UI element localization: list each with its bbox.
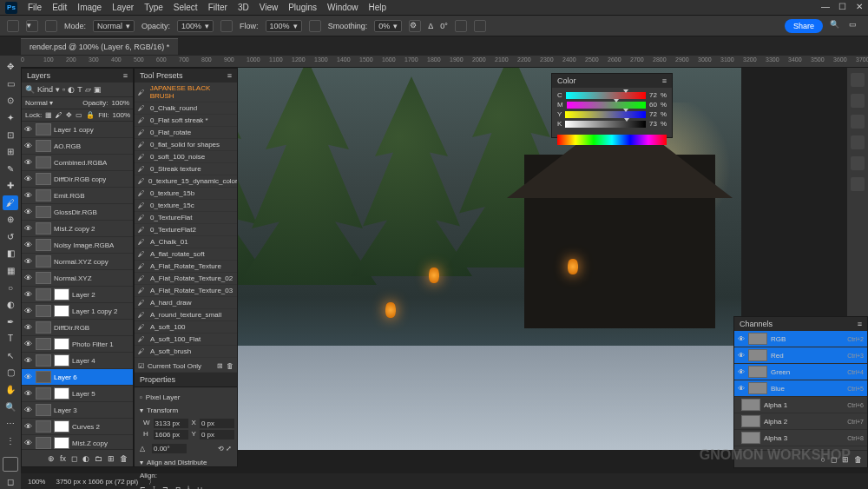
collapsed-panel-icon[interactable] <box>851 94 865 108</box>
lock-artboard-icon[interactable]: ▭ <box>76 111 82 119</box>
preset-item[interactable]: 🖌0_Flat soft streak * <box>135 115 237 127</box>
dodge-tool[interactable]: ◐ <box>3 297 18 313</box>
visibility-icon[interactable]: 👁 <box>24 323 33 332</box>
menu-filter[interactable]: Filter <box>203 1 233 14</box>
layer-opacity-value[interactable]: 100% <box>112 99 129 107</box>
new-preset-icon[interactable]: ⊞ <box>217 362 223 370</box>
minimize-icon[interactable]: — <box>821 2 830 10</box>
visibility-icon[interactable]: 👁 <box>24 406 33 414</box>
visibility-icon[interactable]: 👁 <box>24 191 33 200</box>
crop-tool[interactable]: ⊡ <box>3 127 18 142</box>
preset-item[interactable]: 🖌0_Flat_rotate <box>135 127 237 139</box>
preset-item[interactable]: 🖌JAPANESE BLACK BRUSH <box>135 83 237 102</box>
move-tool[interactable]: ✥ <box>3 59 18 75</box>
delete-layer-icon[interactable]: 🗑 <box>120 454 128 463</box>
menu-layer[interactable]: Layer <box>107 1 139 14</box>
maximize-icon[interactable]: ☐ <box>838 2 847 10</box>
layer-thumb[interactable] <box>36 387 51 400</box>
preset-item[interactable]: 🖌A_Chalk_01 <box>135 236 237 248</box>
preset-item[interactable]: 🖌0_Streak texture <box>135 163 237 175</box>
document-tab[interactable]: render.psd @ 100% (Layer 6, RGB/16) * <box>21 38 178 55</box>
preset-item[interactable]: 🖌0_TextureFlat2 <box>135 224 237 236</box>
layer-item[interactable]: 👁Combined.RGBA <box>22 155 133 171</box>
layer-thumb[interactable] <box>36 140 51 152</box>
yellow-slider[interactable] <box>565 111 646 118</box>
lock-all-icon[interactable]: 🔒 <box>86 111 95 119</box>
filter-adjust-icon[interactable]: ◐ <box>68 85 75 94</box>
preset-item[interactable]: 🖌A_Flat_Rotate_Texture_02 <box>135 273 237 285</box>
group-icon[interactable]: 🗀 <box>95 454 102 463</box>
visibility-icon[interactable]: 👁 <box>24 175 33 183</box>
visibility-icon[interactable]: 👁 <box>24 125 33 134</box>
symmetry-icon[interactable] <box>474 20 486 32</box>
gradient-tool[interactable]: ▦ <box>3 263 18 279</box>
fx-icon[interactable]: fx <box>60 454 66 463</box>
eyedropper-tool[interactable]: ✎ <box>3 161 18 176</box>
brush-settings-icon[interactable] <box>45 20 57 32</box>
layer-item[interactable]: 👁Emit.RGB <box>22 188 133 204</box>
share-button[interactable]: Share <box>785 19 823 33</box>
preset-item[interactable]: 🖌A_Flat_Rotate_Texture_03 <box>135 285 237 297</box>
brush-tool[interactable]: 🖌 <box>3 195 18 211</box>
layer-item[interactable]: 👁Layer 3 <box>22 402 133 419</box>
layer-item[interactable]: 👁Layer 6 <box>22 369 133 386</box>
doc-dimensions[interactable]: 3750 px x 1606 px (72 ppi) <box>56 478 138 486</box>
new-layer-icon[interactable]: ⊞ <box>108 454 115 463</box>
layer-thumb[interactable] <box>36 371 51 383</box>
collapsed-panel-icon[interactable] <box>851 115 865 129</box>
align-bottom-icon[interactable]: ⊔ <box>197 486 202 490</box>
layer-item[interactable]: 👁Layer 4 <box>22 353 133 369</box>
close-icon[interactable]: ✕ <box>856 2 865 10</box>
preset-item[interactable]: 🖌A_round_texture_small <box>135 309 237 321</box>
pressure-opacity-icon[interactable] <box>220 20 233 32</box>
smoothing-options-icon[interactable]: ⚙ <box>409 20 421 32</box>
channel-item[interactable]: 👁RGBCtrl+2 <box>734 331 867 347</box>
visibility-icon[interactable]: 👁 <box>738 368 745 376</box>
mask-thumb[interactable] <box>54 437 69 449</box>
layer-item[interactable]: 👁AO.RGB <box>22 138 133 155</box>
panel-menu-icon[interactable]: ≡ <box>662 76 667 85</box>
layer-thumb[interactable] <box>36 123 51 135</box>
zoom-tool[interactable]: 🔍 <box>3 399 18 414</box>
kind-filter[interactable]: ▾ <box>56 85 60 94</box>
filter-pixel-icon[interactable]: ▫ <box>62 85 65 94</box>
visibility-icon[interactable]: 👁 <box>24 158 33 167</box>
menu-image[interactable]: Image <box>72 1 107 14</box>
frame-tool[interactable]: ⊞ <box>3 144 18 160</box>
airbrush-icon[interactable] <box>309 20 321 32</box>
layer-thumb[interactable] <box>36 437 51 449</box>
layer-thumb[interactable] <box>36 420 51 433</box>
layer-thumb[interactable] <box>36 272 51 284</box>
blur-tool[interactable]: ○ <box>3 280 18 295</box>
transform-section[interactable]: ▾ Transform <box>138 404 233 417</box>
align-hcenter-icon[interactable]: ⫱ <box>153 485 155 489</box>
visibility-icon[interactable]: 👁 <box>24 439 33 447</box>
path-tool[interactable]: ↖ <box>3 348 18 364</box>
layer-thumb[interactable] <box>36 255 51 268</box>
preset-item[interactable]: 🖌A_Flat_Rotate_Texture <box>135 261 237 273</box>
layer-thumb[interactable] <box>36 305 51 317</box>
mask-icon[interactable]: ◻ <box>71 454 77 463</box>
layer-item[interactable]: 👁Layer 5 <box>22 386 133 402</box>
preset-item[interactable]: 🖌A_soft_100 <box>135 321 237 334</box>
visibility-icon[interactable]: 👁 <box>24 241 33 249</box>
layer-thumb[interactable] <box>36 404 51 416</box>
layer-item[interactable]: 👁Layer 1 copy <box>22 122 133 138</box>
angle-input[interactable] <box>152 444 187 453</box>
filter-type-icon[interactable]: T <box>77 85 82 94</box>
preset-item[interactable]: 🖌A_hard_draw <box>135 297 237 309</box>
delete-preset-icon[interactable]: 🗑 <box>227 362 233 370</box>
preset-item[interactable]: 🖌0_texture_15b <box>135 188 237 200</box>
flow-input[interactable]: 100%▾ <box>266 20 302 32</box>
menu-help[interactable]: Help <box>364 1 392 14</box>
menu-select[interactable]: Select <box>168 1 203 14</box>
mask-thumb[interactable] <box>54 338 69 350</box>
visibility-icon[interactable]: 👁 <box>24 356 33 365</box>
layer-item[interactable]: 👁Mist.Z copy 2 <box>22 221 133 237</box>
collapsed-panel-icon[interactable] <box>851 135 865 149</box>
layer-item[interactable]: 👁Normal.XYZ copy <box>22 254 133 270</box>
brush-preset-icon[interactable] <box>7 20 19 32</box>
align-left-icon[interactable]: ⊏ <box>140 486 146 490</box>
smoothing-input[interactable]: 0%▾ <box>374 20 402 32</box>
channel-item[interactable]: 👁RedCtrl+3 <box>734 347 867 364</box>
